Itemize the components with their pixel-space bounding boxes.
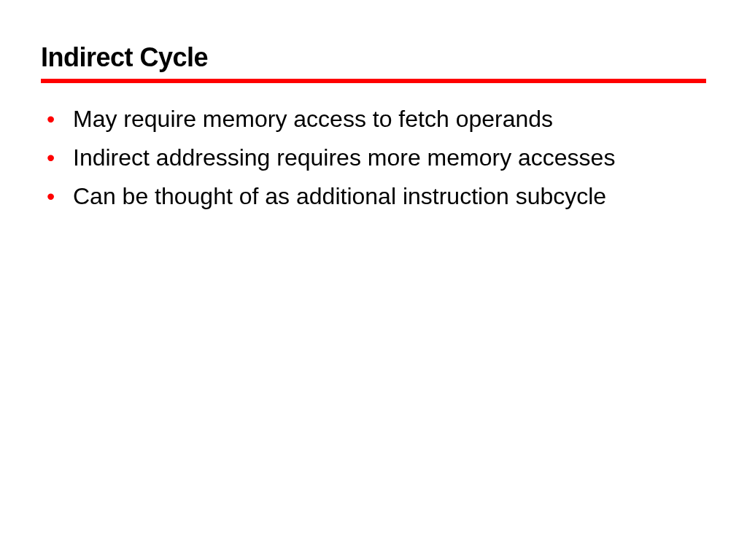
- list-item: Indirect addressing requires more memory…: [67, 142, 706, 174]
- list-item: May require memory access to fetch opera…: [67, 104, 706, 135]
- slide: Indirect Cycle May require memory access…: [0, 0, 747, 560]
- title-underline: [41, 79, 706, 83]
- slide-title: Indirect Cycle: [41, 42, 706, 77]
- list-item: Can be thought of as additional instruct…: [67, 181, 706, 212]
- bullet-list: May require memory access to fetch opera…: [41, 104, 706, 213]
